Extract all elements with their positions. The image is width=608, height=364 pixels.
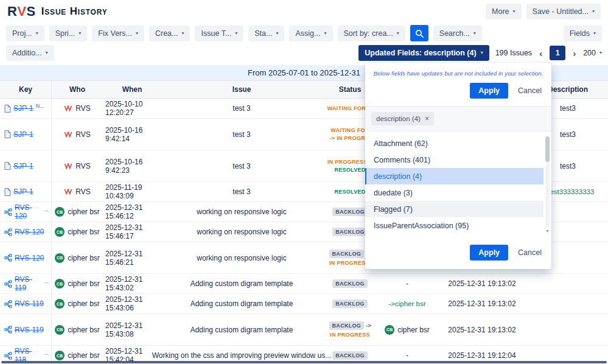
- issue-key-link[interactable]: SJP-1: [13, 130, 33, 139]
- logo-letter: S: [27, 4, 36, 19]
- page-size-value: 200: [583, 49, 596, 57]
- apply-button-top[interactable]: Apply: [470, 83, 508, 99]
- status-cell: BACKLOG: [322, 274, 378, 293]
- pagination-group: Updated Fields: description (4) ▾ 199 Is…: [358, 45, 602, 61]
- issue-summary-cell: working on responsive logic: [161, 222, 322, 242]
- status-line: BACKLOG: [332, 208, 368, 216]
- assignee-name: cipher bsr: [397, 326, 430, 334]
- rvs-logo-icon: [64, 163, 72, 169]
- chevron-down-icon: ▾: [79, 31, 81, 36]
- rvs-logo-icon: [64, 131, 72, 138]
- key-cell: SJP-1: [0, 182, 52, 201]
- filter-assignee-button[interactable]: Assig...▾: [289, 26, 332, 41]
- table-row: RVS-119...CBcipher bsr2025-12-31 15:43:0…: [0, 274, 608, 294]
- issue-key-link[interactable]: RVS-120: [15, 254, 44, 262]
- rvs-logo-icon: [64, 189, 72, 195]
- filter-label: Crea...: [155, 29, 178, 38]
- search-menu-label: Search...: [439, 29, 470, 38]
- when-cell: 2025-12-31 15:46:17: [103, 222, 161, 242]
- more-button[interactable]: More ▾: [486, 4, 522, 19]
- issue-key-link[interactable]: RVS-120: [15, 228, 44, 236]
- horizontal-scrollbar[interactable]: [1, 361, 607, 363]
- filter-sort-by-button[interactable]: Sort by: crea...▾: [338, 26, 405, 41]
- issue-key-link[interactable]: RVS-119: [15, 326, 44, 334]
- chevron-down-icon: ▾: [276, 31, 278, 36]
- chevron-down-icon: ▾: [599, 51, 602, 55]
- field-option[interactable]: description (4): [365, 168, 543, 184]
- issue-summary-cell: test 3: [161, 119, 322, 150]
- additional-filter-button[interactable]: Additio... ▾: [6, 45, 54, 61]
- when-cell: 2025-10-10 12:20:27: [103, 99, 161, 118]
- current-page[interactable]: 1: [550, 46, 565, 60]
- prev-page-button[interactable]: ‹: [538, 48, 543, 58]
- avatar: CB: [55, 279, 65, 289]
- field-option[interactable]: IssueParentAssociation (95): [365, 217, 543, 234]
- issue-key-link[interactable]: RVS-119: [15, 299, 44, 308]
- updated-fields-button[interactable]: Updated Fields: description (4) ▾: [358, 45, 489, 61]
- assignee-value: -: [406, 279, 408, 288]
- status-value: BACKLOG: [329, 250, 365, 258]
- panel-notice: Below fields have updates but are not in…: [365, 68, 551, 80]
- chevron-down-icon: ▾: [235, 31, 237, 36]
- close-icon[interactable]: ×: [425, 114, 429, 123]
- who-name: cipher bsr: [68, 279, 100, 288]
- apply-button[interactable]: Apply: [470, 245, 508, 261]
- page-icon: [4, 162, 11, 170]
- search-menu-button[interactable]: Search... ▾: [433, 26, 482, 41]
- chevron-down-icon: ▾: [46, 51, 48, 55]
- key-note: ...: [44, 350, 49, 356]
- issue-key-link[interactable]: RVS-120: [15, 203, 41, 220]
- issue-key-link[interactable]: SJP-1: [13, 187, 33, 196]
- save-button[interactable]: Save - Untitled... ▾: [526, 4, 601, 19]
- who-cell: CBcipher bsr: [52, 202, 103, 222]
- field-option[interactable]: Flagged (7): [365, 201, 543, 217]
- issue-summary-cell: test 3: [161, 182, 322, 201]
- status-value: RESOLVED: [334, 167, 365, 173]
- who-name: cipher bsr: [68, 351, 100, 360]
- filter-label: Assig...: [295, 29, 320, 38]
- field-option[interactable]: duedate (3): [365, 184, 543, 201]
- issue-key-link[interactable]: SJP-1: [13, 162, 33, 170]
- scrollbar-thumb[interactable]: [545, 136, 550, 162]
- issue-history-app: R V S Issue History More ▾ Save - Untitl…: [0, 0, 608, 364]
- issue-key-link[interactable]: SJP-1: [13, 104, 33, 113]
- issue-summary-cell: Adding custom digram template: [161, 274, 322, 293]
- issue-key-link[interactable]: RVS-119: [15, 275, 41, 292]
- when-cell: 2025-12-31 15:43:08: [103, 314, 161, 345]
- when-cell: 2025-12-31 15:46:12: [103, 202, 161, 222]
- fields-button[interactable]: Fields ▾: [564, 26, 602, 41]
- filter-created-button[interactable]: Crea...▾: [149, 26, 190, 41]
- field-option[interactable]: Attachment (62): [365, 135, 543, 152]
- key-cell: RVS-120: [0, 222, 52, 242]
- save-label: Save - Untitled...: [533, 7, 589, 16]
- scrollbar-track[interactable]: [545, 136, 550, 228]
- status-line: -> IN PROGR...: [330, 135, 371, 141]
- cancel-button[interactable]: Cancel: [518, 248, 542, 257]
- chevron-down-icon: ▾: [481, 51, 483, 55]
- page-icon: [4, 188, 11, 196]
- issue-summary-cell: working on responsive logic: [161, 242, 322, 273]
- page-size-select[interactable]: 200 ▾: [583, 49, 602, 57]
- updated-cell: 2025-12-31 19:13:02: [436, 314, 528, 345]
- status-value: BACKLOG: [332, 208, 368, 216]
- status-line: BACKLOG: [332, 351, 368, 360]
- rvs-logo: R V S: [7, 4, 36, 19]
- filter-fix-version-button[interactable]: Fix Vers...▾: [92, 26, 144, 41]
- updated-cell: 2025-12-31 19:13:02: [436, 294, 528, 313]
- chevron-down-icon: ▾: [513, 9, 515, 14]
- next-page-button[interactable]: ›: [571, 48, 577, 58]
- who-name: RVS: [75, 104, 90, 113]
- search-button[interactable]: [410, 25, 428, 41]
- filter-issue-type-button[interactable]: Issue T...▾: [195, 26, 243, 41]
- filter-sprint-button[interactable]: Spri...▾: [49, 26, 88, 41]
- branch-icon: [4, 326, 12, 334]
- selected-field-chip[interactable]: description (4) ×: [371, 112, 434, 125]
- cancel-button-top[interactable]: Cancel: [518, 86, 542, 95]
- field-option[interactable]: Comments (401): [365, 152, 543, 168]
- column-header-when: When: [103, 81, 161, 98]
- status-line: BACKLOG: [332, 228, 368, 236]
- filter-status-button[interactable]: Sta...▾: [248, 26, 284, 41]
- scroll-down-icon[interactable]: ▼: [545, 229, 550, 233]
- who-cell: CBcipher bsr: [52, 242, 103, 273]
- filter-project-button[interactable]: Proj...▾: [6, 26, 44, 41]
